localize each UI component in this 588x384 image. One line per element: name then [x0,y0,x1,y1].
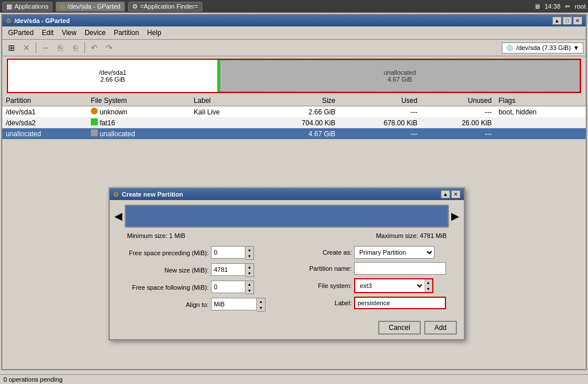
disk-partition-sda1[interactable]: /dev/sda1 2.66 GiB [8,60,220,92]
label-field[interactable] [354,297,446,309]
menu-help[interactable]: Help [144,28,165,38]
menu-gparted[interactable]: GParted [5,28,37,38]
new-size-down[interactable]: ▼ [245,270,253,277]
table-row[interactable]: /dev/sda2 fat16 704.00 KiB 678.00 KiB 26… [2,117,586,128]
fs-down[interactable]: ▼ [424,286,432,292]
label-cell [190,117,257,128]
col-header-partition: Partition [2,95,87,106]
preview-left-arrow[interactable]: ◀ [114,210,122,222]
used-cell: 678.00 KiB [339,117,421,128]
free-space-following-up[interactable]: ▲ [245,281,253,287]
window-minimize-btn[interactable]: ▲ [552,17,562,25]
col-header-flags: Flags [495,95,586,106]
menu-bar: GParted Edit View Device Partition Help [2,26,586,40]
device-selector[interactable]: 💿 /dev/sda (7.33 GiB) ▼ [502,43,583,53]
max-size-label: Maximum size: 4781 MiB [376,232,447,239]
create-partition-dialog: ⊙ Create new Partition ▲ ✕ ◀ ▶ Minimum s… [109,187,465,340]
fs-fat16-icon [91,118,98,125]
free-space-following-label: Free space following (MiB): [117,284,209,291]
used-cell: --- [339,106,421,118]
copy-btn[interactable]: ⎘ [53,41,67,55]
size-cell: 2.66 GiB [257,106,339,118]
applications-icon: ▦ [6,3,12,10]
create-as-select-wrapper[interactable]: Primary Partition Logical Partition Exte… [354,246,435,259]
col-header-label: Label [190,95,257,106]
free-space-preceding-row: Free space preceding (MiB): ▲ ▼ [117,246,285,260]
menu-partition[interactable]: Partition [110,28,143,38]
status-bar: 0 operations pending [0,374,588,384]
disk-unallocated[interactable]: unallocated 4.67 GiB [220,60,580,92]
filesystem-cell: unallocated [87,128,190,139]
free-space-following-field[interactable] [211,281,245,293]
fs-unknown-icon [91,107,98,114]
align-to-row: Align to: ▲ ▼ [117,298,285,312]
dialog-title-bar: ⊙ Create new Partition ▲ ✕ [110,189,464,200]
table-row[interactable]: unallocated unallocated 4.67 GiB --- --- [2,128,586,139]
free-space-following-input[interactable]: ▲ ▼ [211,281,254,294]
create-as-select[interactable]: Primary Partition Logical Partition Exte… [354,246,435,259]
fs-up[interactable]: ▲ [424,279,432,286]
taskbar-applications[interactable]: ▦ Applications [2,2,52,11]
window-maximize-btn[interactable]: □ [563,17,572,25]
dialog-title-text: Create new Partition [122,191,183,198]
dropdown-arrow-icon: ▼ [573,44,579,51]
preview-bar [125,205,449,228]
menu-edit[interactable]: Edit [39,28,57,38]
new-size-up[interactable]: ▲ [245,264,253,270]
file-system-select[interactable]: ext3 ext2 ext4 fat16 fat32 ntfs [355,279,424,292]
menu-device[interactable]: Device [81,28,109,38]
filesystem-cell: unknown [87,106,190,118]
flags-cell [495,128,586,139]
disk-visual: /dev/sda1 2.66 GiB unallocated 4.67 GiB [7,59,581,93]
free-space-following-down[interactable]: ▼ [245,287,253,294]
table-row[interactable]: /dev/sda1 unknown Kali Live 2.66 GiB ---… [2,106,586,118]
window-close-btn[interactable]: ✕ [573,17,582,25]
free-space-preceding-up[interactable]: ▲ [245,247,253,253]
file-system-label: File system: [289,282,352,289]
align-to-field[interactable] [211,298,257,310]
redo-btn[interactable]: ↷ [102,41,116,55]
toolbar-sep1 [36,42,36,53]
align-to-up[interactable]: ▲ [257,298,265,305]
paste-btn[interactable]: ⎗ [68,41,82,55]
align-to-label: Align to: [117,301,209,308]
cancel-button[interactable]: Cancel [378,321,420,335]
dialog-minimize-btn[interactable]: ▲ [441,190,450,198]
align-to-input[interactable]: ▲ ▼ [211,298,266,312]
disk-icon: 💿 [506,44,514,52]
free-space-preceding-input[interactable]: ▲ ▼ [211,246,254,260]
create-as-row: Create as: Primary Partition Logical Par… [289,246,457,259]
partition-name-field[interactable] [354,262,446,275]
preview-right-arrow[interactable]: ▶ [451,210,459,222]
partition-name: /dev/sda2 [2,117,87,128]
undo-btn[interactable]: ↶ [87,41,101,55]
add-button[interactable]: Add [424,321,457,335]
fs-unalloc-icon [91,129,98,136]
flags-cell [495,117,586,128]
align-to-down[interactable]: ▼ [257,305,265,311]
delete-btn[interactable]: ✕ [20,41,33,55]
new-partition-btn[interactable]: ⊞ [5,41,18,55]
taskbar-gparted[interactable]: ⊙ /dev/sda - GParted [56,2,124,11]
finder-icon: ⚙ [132,3,138,10]
partition-table: Partition File System Label Size Used Un… [2,95,586,139]
new-size-field[interactable] [211,263,245,276]
create-as-label: Create as: [289,249,352,256]
dialog-icon: ⊙ [113,191,118,198]
file-system-select-wrapper[interactable]: ext3 ext2 ext4 fat16 fat32 ntfs ▲ ▼ [354,278,433,293]
gparted-icon: ⊙ [60,3,65,10]
unused-cell: --- [421,106,495,118]
col-header-used: Used [339,95,421,106]
partition-name: /dev/sda1 [2,106,87,118]
dialog-close-btn[interactable]: ✕ [451,190,460,198]
new-size-input[interactable]: ▲ ▼ [211,263,254,277]
free-space-preceding-down[interactable]: ▼ [245,253,253,259]
resize-btn[interactable]: ↔ [39,41,52,55]
menu-view[interactable]: View [58,28,80,38]
toolbar-sep2 [84,42,85,53]
dialog-buttons: Cancel Add [110,316,464,339]
unused-cell: 26.00 KiB [421,117,495,128]
col-header-unused: Unused [421,95,495,106]
taskbar-finder[interactable]: ⚙ =Application Finder= [128,2,202,11]
free-space-preceding-field[interactable] [211,246,245,259]
